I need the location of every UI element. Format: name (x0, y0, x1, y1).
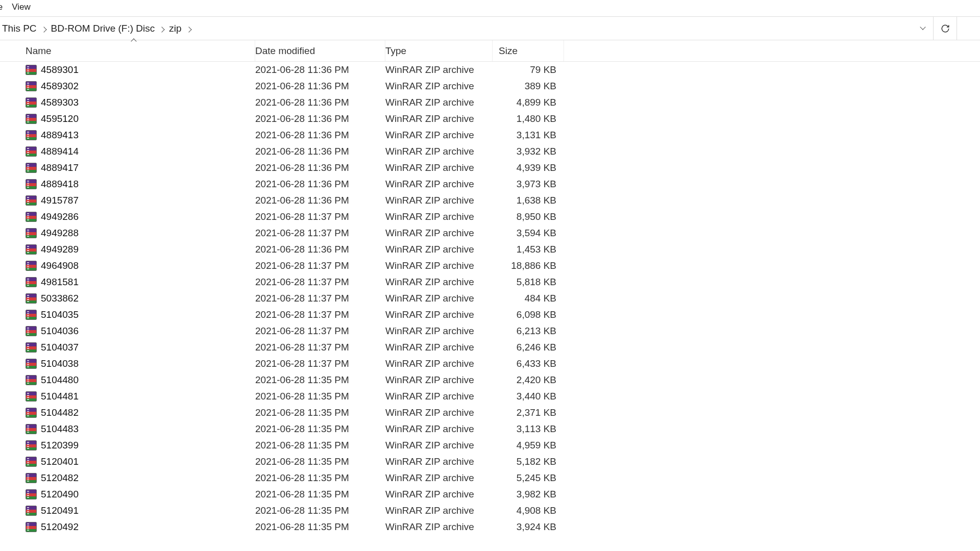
file-name: 5104480 (41, 374, 79, 386)
menu-bar: re View (0, 0, 980, 17)
zip-archive-icon (26, 489, 37, 499)
file-size: 484 KB (493, 293, 564, 304)
zip-archive-icon (26, 65, 37, 75)
file-date: 2021-06-28 11:36 PM (255, 130, 385, 141)
file-name: 4889414 (41, 146, 79, 157)
file-size: 3,440 KB (493, 391, 564, 402)
file-type: WinRAR ZIP archive (385, 407, 493, 418)
file-date: 2021-06-28 11:35 PM (255, 374, 385, 386)
file-row[interactable]: 48894172021-06-28 11:36 PMWinRAR ZIP arc… (0, 160, 980, 176)
file-size: 79 KB (493, 64, 564, 76)
file-date: 2021-06-28 11:35 PM (255, 407, 385, 418)
file-row[interactable]: 51044812021-06-28 11:35 PMWinRAR ZIP arc… (0, 388, 980, 405)
file-row[interactable]: 51044802021-06-28 11:35 PMWinRAR ZIP arc… (0, 372, 980, 388)
breadcrumb[interactable]: This PC BD-ROM Drive (F:) Disc zip (0, 23, 913, 34)
file-size: 5,182 KB (493, 456, 564, 467)
chevron-right-icon[interactable] (42, 23, 46, 34)
file-date: 2021-06-28 11:35 PM (255, 472, 385, 484)
file-row[interactable]: 51204922021-06-28 11:35 PMWinRAR ZIP arc… (0, 519, 980, 535)
file-date: 2021-06-28 11:35 PM (255, 505, 385, 516)
file-size: 4,908 KB (493, 505, 564, 516)
file-name: 4915787 (41, 195, 79, 206)
file-type: WinRAR ZIP archive (385, 391, 493, 402)
file-date: 2021-06-28 11:37 PM (255, 228, 385, 239)
file-date: 2021-06-28 11:36 PM (255, 195, 385, 206)
file-row[interactable]: 49649082021-06-28 11:37 PMWinRAR ZIP arc… (0, 258, 980, 274)
file-size: 8,950 KB (493, 211, 564, 222)
file-row[interactable]: 49815812021-06-28 11:37 PMWinRAR ZIP arc… (0, 274, 980, 290)
file-row[interactable]: 51040382021-06-28 11:37 PMWinRAR ZIP arc… (0, 356, 980, 372)
file-name: 4949288 (41, 228, 79, 239)
file-name: 5120399 (41, 440, 79, 451)
file-size: 5,245 KB (493, 472, 564, 484)
breadcrumb-folder[interactable]: zip (168, 23, 182, 34)
file-row[interactable]: 45951202021-06-28 11:36 PMWinRAR ZIP arc… (0, 111, 980, 127)
file-row[interactable]: 51204912021-06-28 11:35 PMWinRAR ZIP arc… (0, 503, 980, 519)
file-date: 2021-06-28 11:37 PM (255, 342, 385, 353)
file-type: WinRAR ZIP archive (385, 358, 493, 369)
file-row[interactable]: 48894142021-06-28 11:36 PMWinRAR ZIP arc… (0, 143, 980, 160)
file-row[interactable]: 45893012021-06-28 11:36 PMWinRAR ZIP arc… (0, 62, 980, 78)
breadcrumb-this-pc[interactable]: This PC (1, 23, 38, 34)
file-date: 2021-06-28 11:37 PM (255, 309, 385, 320)
file-row[interactable]: 51044822021-06-28 11:35 PMWinRAR ZIP arc… (0, 405, 980, 421)
file-row[interactable]: 49492892021-06-28 11:36 PMWinRAR ZIP arc… (0, 241, 980, 258)
zip-archive-icon (26, 81, 37, 91)
file-size: 389 KB (493, 81, 564, 92)
chevron-right-icon[interactable] (187, 23, 191, 34)
file-row[interactable]: 48894182021-06-28 11:36 PMWinRAR ZIP arc… (0, 176, 980, 192)
address-bar-row: This PC BD-ROM Drive (F:) Disc zip (0, 17, 980, 40)
menu-view[interactable]: View (12, 1, 40, 13)
chevron-right-icon[interactable] (160, 23, 164, 34)
file-size: 3,924 KB (493, 521, 564, 533)
file-row[interactable]: 51204822021-06-28 11:35 PMWinRAR ZIP arc… (0, 470, 980, 486)
file-type: WinRAR ZIP archive (385, 325, 493, 337)
zip-archive-icon (26, 424, 37, 434)
file-name: 4589301 (41, 64, 79, 76)
zip-archive-icon (26, 228, 37, 238)
file-size: 2,371 KB (493, 407, 564, 418)
file-name: 4964908 (41, 260, 79, 271)
file-name: 5104038 (41, 358, 79, 369)
file-type: WinRAR ZIP archive (385, 195, 493, 206)
search-box[interactable] (957, 17, 980, 40)
file-row[interactable]: 51203992021-06-28 11:35 PMWinRAR ZIP arc… (0, 437, 980, 454)
file-type: WinRAR ZIP archive (385, 423, 493, 435)
file-row[interactable]: 51040362021-06-28 11:37 PMWinRAR ZIP arc… (0, 323, 980, 339)
zip-archive-icon (26, 310, 37, 320)
file-row[interactable]: 51040352021-06-28 11:37 PMWinRAR ZIP arc… (0, 307, 980, 323)
file-type: WinRAR ZIP archive (385, 505, 493, 516)
zip-archive-icon (26, 244, 37, 255)
file-row[interactable]: 45893032021-06-28 11:36 PMWinRAR ZIP arc… (0, 94, 980, 111)
file-row[interactable]: 48894132021-06-28 11:36 PMWinRAR ZIP arc… (0, 127, 980, 143)
zip-archive-icon (26, 391, 37, 402)
file-name: 4949289 (41, 244, 79, 255)
file-type: WinRAR ZIP archive (385, 64, 493, 76)
file-type: WinRAR ZIP archive (385, 472, 493, 484)
refresh-button[interactable] (933, 17, 957, 40)
file-row[interactable]: 51044832021-06-28 11:35 PMWinRAR ZIP arc… (0, 421, 980, 437)
column-header-size[interactable]: Size (493, 40, 564, 61)
file-size: 6,098 KB (493, 309, 564, 320)
breadcrumb-drive[interactable]: BD-ROM Drive (F:) Disc (50, 23, 156, 34)
zip-archive-icon (26, 212, 37, 222)
file-row[interactable]: 49157872021-06-28 11:36 PMWinRAR ZIP arc… (0, 192, 980, 209)
file-row[interactable]: 49492882021-06-28 11:37 PMWinRAR ZIP arc… (0, 225, 980, 241)
zip-archive-icon (26, 261, 37, 271)
file-type: WinRAR ZIP archive (385, 162, 493, 173)
menu-share[interactable]: re (0, 1, 12, 13)
file-row[interactable]: 49492862021-06-28 11:37 PMWinRAR ZIP arc… (0, 209, 980, 225)
file-row[interactable]: 45893022021-06-28 11:36 PMWinRAR ZIP arc… (0, 78, 980, 94)
zip-archive-icon (26, 277, 37, 287)
file-row[interactable]: 51204012021-06-28 11:35 PMWinRAR ZIP arc… (0, 454, 980, 470)
file-row[interactable]: 51204902021-06-28 11:35 PMWinRAR ZIP arc… (0, 486, 980, 503)
file-name: 5120401 (41, 456, 79, 467)
address-history-dropdown[interactable] (913, 24, 933, 33)
column-header-name-label: Name (26, 45, 52, 57)
zip-archive-icon (26, 522, 37, 532)
file-row[interactable]: 51040372021-06-28 11:37 PMWinRAR ZIP arc… (0, 339, 980, 356)
column-header-name[interactable]: Name (0, 40, 255, 61)
column-header-type[interactable]: Type (385, 40, 493, 61)
column-header-date[interactable]: Date modified (255, 40, 385, 61)
file-row[interactable]: 50338622021-06-28 11:37 PMWinRAR ZIP arc… (0, 290, 980, 307)
